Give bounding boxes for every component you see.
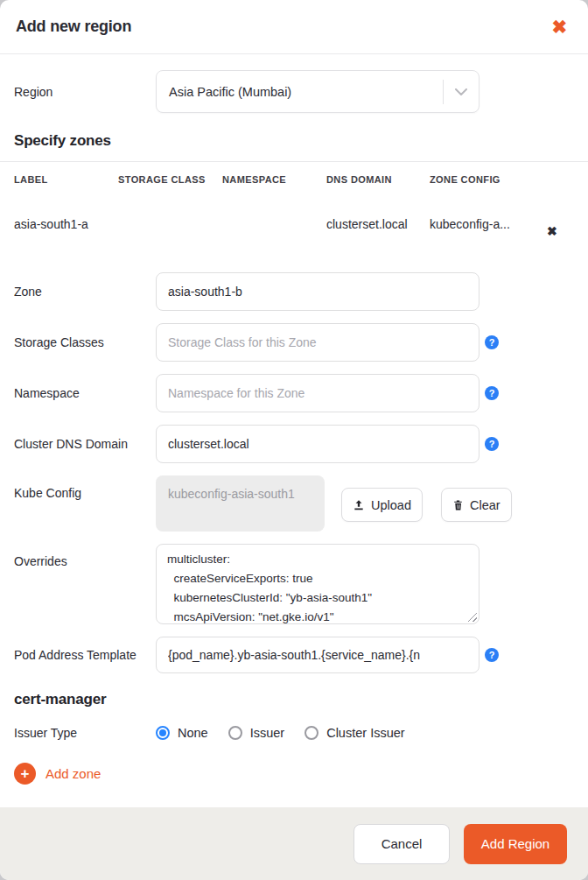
add-region-modal: Add new region ✖ Region Asia Pacific (Mu…: [0, 0, 588, 880]
namespace-row: Namespace ?: [14, 374, 574, 412]
dns-domain-input[interactable]: [156, 425, 480, 463]
table-row: asia-south1-a clusterset.local kubeconfi…: [0, 197, 588, 251]
radio-option-issuer[interactable]: Issuer: [228, 726, 285, 740]
zones-table-header: LABEL STORAGE CLASS NAMESPACE DNS DOMAIN…: [0, 162, 588, 197]
dns-domain-row: Cluster DNS Domain ?: [14, 425, 574, 463]
region-select-value: Asia Pacific (Mumbai): [157, 85, 443, 99]
overrides-row: Overrides multicluster: createServiceExp…: [14, 544, 574, 624]
issuer-type-radio-group: None Issuer Cluster Issuer: [156, 726, 405, 740]
upload-icon: [353, 499, 365, 511]
radio-icon-none[interactable]: [156, 726, 170, 740]
namespace-input[interactable]: [156, 374, 480, 412]
col-header-label: LABEL: [14, 174, 118, 185]
add-zone-label: Add zone: [46, 766, 101, 781]
zone-input[interactable]: [156, 272, 480, 311]
plus-circle-icon: +: [14, 763, 36, 785]
region-label: Region: [14, 83, 156, 101]
dns-domain-label: Cluster DNS Domain: [14, 435, 156, 453]
pod-address-template-label: Pod Address Template: [14, 646, 156, 664]
add-region-button[interactable]: Add Region: [464, 824, 567, 864]
issuer-type-row: Issuer Type None Issuer Cluster Issuer: [14, 724, 574, 742]
zones-table: LABEL STORAGE CLASS NAMESPACE DNS DOMAIN…: [0, 161, 588, 251]
remove-zone-icon[interactable]: ✖: [547, 225, 557, 237]
modal-title: Add new region: [16, 18, 131, 36]
overrides-textarea[interactable]: multicluster: createServiceExports: true…: [156, 544, 480, 624]
radio-icon-issuer[interactable]: [228, 726, 242, 740]
dns-domain-help-icon[interactable]: ?: [485, 437, 499, 451]
region-row: Region Asia Pacific (Mumbai): [14, 70, 574, 113]
zone-label: Zone: [14, 283, 156, 300]
chevron-down-icon[interactable]: [444, 88, 479, 95]
clear-button[interactable]: Clear: [441, 488, 512, 522]
overrides-label: Overrides: [14, 544, 156, 570]
col-header-dns-domain: DNS DOMAIN: [326, 174, 430, 185]
clear-button-label: Clear: [470, 498, 500, 512]
upload-button[interactable]: Upload: [341, 488, 423, 522]
cancel-button[interactable]: Cancel: [354, 824, 450, 864]
pod-address-template-help-icon[interactable]: ?: [485, 648, 499, 662]
cell-dns-domain: clusterset.local: [326, 217, 430, 231]
add-zone-button[interactable]: + Add zone: [14, 763, 574, 785]
col-header-namespace: NAMESPACE: [222, 174, 326, 185]
storage-classes-label: Storage Classes: [14, 334, 156, 351]
kube-config-label: Kube Config: [14, 475, 156, 502]
modal-footer: Cancel Add Region: [0, 807, 588, 880]
modal-body: Region Asia Pacific (Mumbai) Specify zon…: [0, 54, 588, 807]
namespace-help-icon[interactable]: ?: [485, 386, 499, 400]
upload-button-label: Upload: [371, 498, 411, 512]
radio-label-none: None: [178, 726, 208, 740]
kube-config-row: Kube Config kubeconfig-asia-south1 Uploa…: [14, 475, 574, 532]
region-select[interactable]: Asia Pacific (Mumbai): [156, 70, 480, 113]
cell-zone-label: asia-south1-a: [14, 217, 118, 231]
storage-classes-row: Storage Classes ?: [14, 323, 574, 362]
modal-header: Add new region ✖: [0, 0, 588, 54]
radio-option-none[interactable]: None: [156, 726, 208, 740]
specify-zones-heading: Specify zones: [14, 132, 574, 150]
close-icon[interactable]: ✖: [551, 18, 567, 36]
issuer-type-label: Issuer Type: [14, 724, 156, 742]
radio-icon-cluster-issuer[interactable]: [304, 726, 318, 740]
col-header-zone-config: ZONE CONFIG: [430, 174, 540, 185]
col-header-storage-class: STORAGE CLASS: [118, 174, 222, 185]
radio-label-cluster-issuer: Cluster Issuer: [326, 726, 404, 740]
pod-address-template-input[interactable]: [156, 637, 480, 673]
cert-manager-heading: cert-manager: [14, 691, 574, 708]
cell-zone-config: kubeconfig-a...: [430, 217, 540, 231]
kube-config-filename: kubeconfig-asia-south1: [156, 475, 325, 532]
trash-icon: [452, 499, 464, 511]
radio-option-cluster-issuer[interactable]: Cluster Issuer: [304, 726, 404, 740]
radio-label-issuer: Issuer: [250, 726, 285, 740]
zone-row: Zone: [14, 272, 574, 311]
storage-classes-help-icon[interactable]: ?: [485, 335, 499, 349]
storage-classes-input[interactable]: [156, 323, 480, 362]
namespace-label: Namespace: [14, 384, 156, 402]
pod-address-template-row: Pod Address Template ?: [14, 637, 574, 673]
